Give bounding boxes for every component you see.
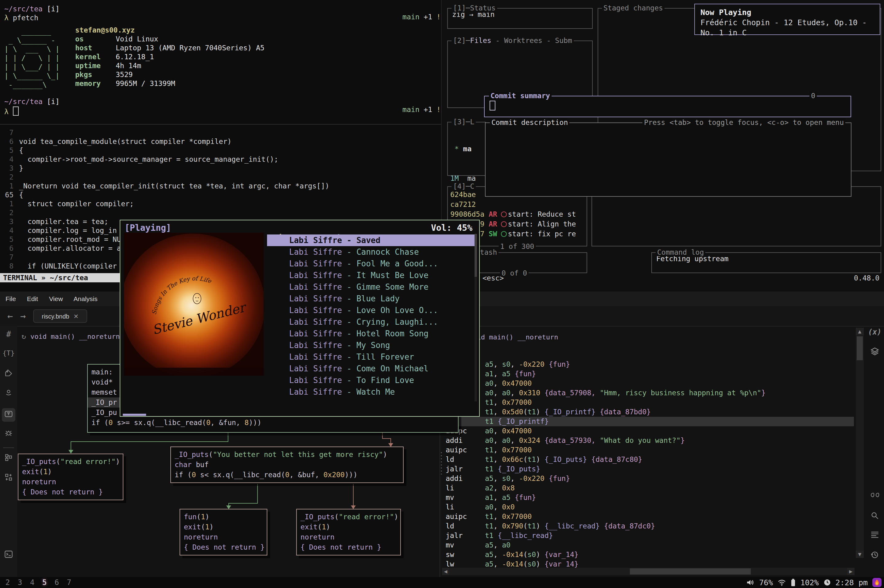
speaker-icon[interactable] [746, 579, 755, 586]
commit-description-popup[interactable]: Commit description Press <tab> to toggle… [485, 123, 851, 197]
commit-summary-popup[interactable]: Commit summary 0 [484, 96, 851, 117]
workspace-7[interactable]: 7 [65, 577, 73, 588]
location-pin-icon[interactable] [0, 388, 17, 398]
menu-analysis[interactable]: Analysis [74, 295, 98, 302]
disasm-row[interactable]: auipct1, 0x77000 [446, 398, 854, 407]
playlist-item[interactable]: Labi Siffre - Hotel Room Song [267, 328, 475, 339]
disasm-row[interactable]: addia0, a0, 0x324 {data_57930, "What do … [446, 436, 854, 445]
disasm-row[interactable]: ldt1, 0x66c(t1) {_IO_puts} {data_87c80} [446, 455, 854, 464]
playlist-item[interactable]: Labi Siffre - Love Oh Love O... [267, 304, 475, 316]
now-playing-notification[interactable]: Now Playing Frédéric Chopin - 12 Etudes,… [694, 4, 880, 35]
breadcrumb[interactable]: ↻ void main() __noreturn [21, 332, 120, 340]
playlist-scrollbar[interactable] [474, 234, 477, 401]
playlist-item[interactable]: Labi Siffre - Fool Me a Good... [267, 258, 475, 270]
cross-ref-icon[interactable] [0, 473, 17, 483]
variables-icon[interactable]: (x) [866, 328, 883, 336]
disasm-row[interactable]: mva5, a0 [446, 540, 854, 550]
vertical-scrollbar[interactable]: ▲ ▼ [856, 328, 864, 558]
disasm-row[interactable]: addia0, a0, 0x310 {data_57908, "Hmm, ris… [446, 388, 854, 398]
graph-node-read-error[interactable]: _IO_puts("read error!")exit(1)noreturn{ … [18, 454, 123, 500]
code-line: 1_Noreturn void tea_compiler_init(struct… [0, 182, 329, 190]
graph-node-read-error-2[interactable]: _IO_puts("read error!")exit(1)noreturn{ … [296, 509, 401, 555]
tab-riscy-bndb[interactable]: riscy.bndb ✕ [33, 309, 87, 323]
types-icon[interactable]: {T} [0, 349, 17, 357]
history-clock-icon[interactable] [866, 550, 883, 561]
terminal-panel-icon[interactable] [0, 550, 17, 560]
disasm-row[interactable]: auipca0, 0x47000 [446, 426, 854, 436]
scrollbar-thumb[interactable] [474, 234, 477, 277]
disasm-row[interactable]: auipct1, 0x77000 [446, 445, 854, 455]
playlist-item[interactable]: Labi Siffre - It Must Be Love [267, 270, 475, 281]
disasm-row[interactable]: auipct1, 0x77000 [446, 512, 854, 521]
workspace-4[interactable]: 4 [28, 577, 36, 588]
graph-node-fun[interactable]: fun(1)exit(1)noreturn{ Does not return } [180, 509, 267, 555]
workspace-6[interactable]: 6 [53, 577, 61, 588]
disasm-row[interactable]: jalrt1 {_IO_puts} [446, 464, 854, 474]
disasm-row[interactable]: ldt1, 0x790(t1) {__libc_read} {data_87dc… [446, 521, 854, 531]
battery-icon[interactable] [791, 579, 795, 586]
playlist-item[interactable]: Labi Siffre - Cannock Chase [267, 246, 475, 258]
graph-hierarchy-icon[interactable] [0, 454, 17, 464]
workspace-3[interactable]: 3 [16, 577, 24, 588]
prompt-path: ~/src/tea [4, 5, 43, 13]
menu-edit[interactable]: Edit [27, 295, 38, 302]
disasm-row[interactable]: addia5, s0, -0x220 {fun} [446, 474, 854, 483]
disasm-row[interactable]: auipca0, 0x47000 [446, 379, 854, 388]
workspace-5[interactable]: 5 [41, 577, 48, 588]
disasm-row[interactable]: lia2, 0x8 [446, 483, 854, 493]
layers-icon[interactable] [866, 347, 883, 358]
disasm-row[interactable]: mva1, a5 {fun} [446, 493, 854, 502]
scrollbar-thumb[interactable] [857, 336, 863, 360]
playlist-item[interactable]: Labi Siffre - To Find Love [267, 374, 475, 386]
playlist-item[interactable]: Labi Siffre - Watch Me [267, 386, 475, 398]
scroll-left-icon[interactable]: ◀ [442, 568, 449, 575]
prompt-cursor-line[interactable]: λ [4, 106, 19, 116]
workspace-2[interactable]: 2 [4, 577, 12, 588]
refresh-icon[interactable]: ↻ [21, 332, 30, 340]
wifi-icon[interactable] [777, 579, 786, 586]
gitui-log-box[interactable]: [3]─L * ma 1M ma [447, 122, 486, 176]
menu-file[interactable]: File [6, 295, 16, 302]
disasm-row[interactable]: lia0, 0x0 [446, 502, 854, 512]
playlist-item[interactable]: Labi Siffre - Blue Lady [267, 293, 475, 304]
disasm-row[interactable]: mva1, a5 {fun} [446, 369, 854, 379]
box-number: [4] [453, 182, 466, 190]
text-view-icon[interactable] [2, 408, 15, 422]
splitter-handle[interactable] [440, 451, 443, 474]
forward-arrow-icon[interactable]: → [20, 306, 26, 326]
tab-close-icon[interactable]: ✕ [74, 313, 79, 320]
graph-node-riscy[interactable]: _IO_puts("You better not let this get mo… [170, 447, 404, 483]
playlist-item[interactable]: Labi Siffre - My Song [267, 339, 475, 351]
tray-app-flame-icon[interactable] [872, 578, 881, 587]
playlist-item[interactable]: Labi Siffre - Gimme Some More [267, 281, 475, 293]
popup-title: Commit summary [489, 92, 552, 100]
commit-row[interactable]: 99086d5aARstart: Reduce st [450, 209, 576, 219]
log-lines-icon[interactable] [866, 531, 883, 540]
disassembly-listing[interactable]: addia5, s0, -0x220 {fun}mva1, a5 {fun}au… [446, 360, 854, 569]
bug-icon[interactable] [0, 429, 17, 439]
playlist-item[interactable]: Labi Siffre - Come On Michael [267, 363, 475, 374]
search-icon[interactable] [866, 511, 883, 522]
playlist-item[interactable]: Labi Siffre - Saved [267, 234, 475, 246]
strings-icon[interactable] [866, 492, 883, 501]
scroll-down-icon[interactable]: ▼ [856, 550, 864, 558]
scroll-right-icon[interactable]: ▶ [847, 568, 854, 575]
playlist-item[interactable]: Labi Siffre - Till Forever [267, 351, 475, 363]
disasm-row[interactable]: t1 {_IO_printf} [441, 417, 854, 426]
disasm-row[interactable]: addia5, s0, -0x220 {fun} [446, 360, 854, 369]
scroll-up-icon[interactable]: ▲ [856, 328, 864, 335]
code-line: 65{ [0, 190, 329, 200]
disasm-row[interactable]: jalrt1 {__libc_read} [446, 531, 854, 540]
menu-view[interactable]: View [49, 295, 63, 302]
playlist-item[interactable]: Labi Siffre - Crying, Laughi... [267, 316, 475, 328]
prompt-path: ~/src/tea [4, 98, 43, 106]
scrollbar-thumb[interactable] [630, 568, 751, 574]
symbols-icon[interactable]: # [0, 330, 17, 339]
tag-icon[interactable] [0, 369, 17, 379]
track-progress-bar[interactable] [123, 414, 146, 416]
gitui-status-box[interactable]: [1]─Status zig → main [447, 8, 593, 29]
back-arrow-icon[interactable]: ← [8, 306, 13, 326]
disasm-row[interactable]: ldt1, 0x5d0(t1) {_IO_printf} {data_87bd0… [446, 407, 854, 417]
disasm-row[interactable]: swa5, -0x14(s0) {var_14} [446, 550, 854, 560]
horizontal-scrollbar[interactable]: ◀ ▶ [442, 568, 854, 575]
